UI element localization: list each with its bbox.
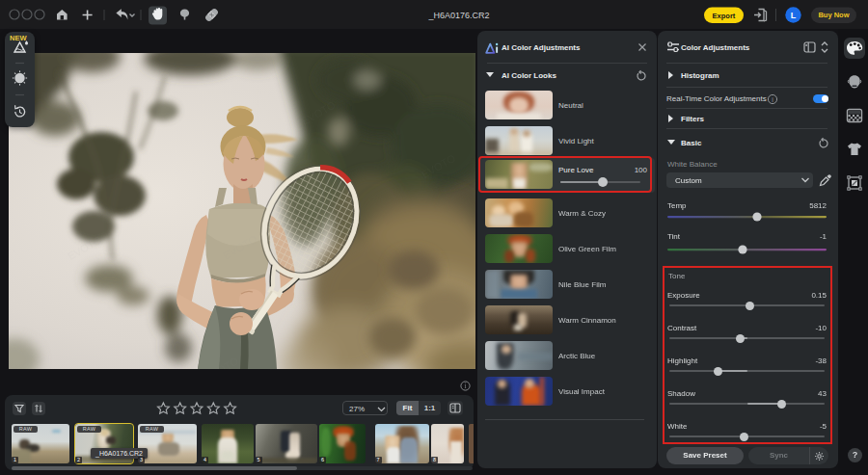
- svg-text:Export: Export: [713, 12, 736, 20]
- svg-text:NEW: NEW: [10, 34, 27, 42]
- svg-text:L: L: [791, 11, 797, 20]
- svg-text:Buy Now: Buy Now: [818, 11, 849, 19]
- svg-text:i: i: [772, 96, 773, 103]
- svg-text:_H6A0176.CR2: _H6A0176.CR2: [427, 11, 489, 20]
- svg-text:i: i: [464, 382, 466, 390]
